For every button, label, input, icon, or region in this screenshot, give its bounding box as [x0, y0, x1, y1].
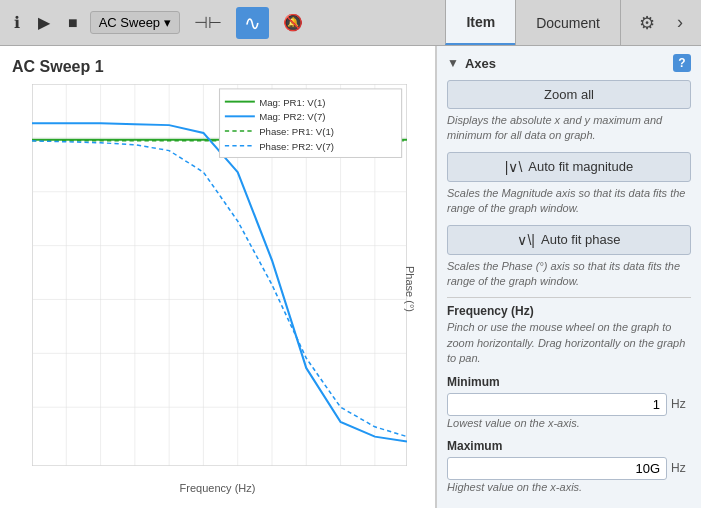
- minimum-group: Minimum Hz Lowest value on the x-axis.: [447, 375, 691, 431]
- maximum-desc: Highest value on the x-axis.: [447, 480, 691, 495]
- zoom-all-desc: Displays the absolute x and y maximum an…: [447, 113, 691, 144]
- waveform-icon-button[interactable]: ∿: [236, 7, 269, 39]
- chart-container[interactable]: Magnitude (Logarithmic): [0, 84, 435, 494]
- tab-document-label: Document: [536, 15, 600, 31]
- info-button[interactable]: ℹ: [8, 9, 26, 36]
- settings-button[interactable]: ⚙: [631, 8, 663, 38]
- auto-fit-phase-button[interactable]: ∨\| Auto fit phase: [447, 225, 691, 255]
- toolbar-left: ℹ ▶ ■ AC Sweep ▾ ⊣⊢ ∿ 🔕: [0, 7, 445, 39]
- chevron-button[interactable]: ›: [669, 8, 691, 37]
- axes-section: ▼ Axes ? Zoom all Displays the absolute …: [437, 46, 701, 508]
- zoom-all-label: Zoom all: [544, 87, 594, 102]
- minimum-row: Hz: [447, 393, 691, 416]
- frequency-label: Frequency (Hz): [447, 304, 691, 318]
- help-icon[interactable]: ?: [673, 54, 691, 72]
- frequency-group: Frequency (Hz) Pinch or use the mouse wh…: [447, 304, 691, 366]
- stop-button[interactable]: ■: [62, 10, 84, 36]
- maximum-group: Maximum Hz Highest value on the x-axis.: [447, 439, 691, 495]
- minimum-input[interactable]: [447, 393, 667, 416]
- tab-item-label: Item: [466, 14, 495, 30]
- tab-item[interactable]: Item: [445, 0, 515, 45]
- dropdown-arrow-icon: ▾: [164, 15, 171, 30]
- auto-phase-icon: ∨\|: [517, 232, 535, 248]
- maximum-input[interactable]: [447, 457, 667, 480]
- minimum-desc: Lowest value on the x-axis.: [447, 416, 691, 431]
- main-content: AC Sweep 1 Magnitude (Logarithmic): [0, 46, 701, 508]
- chart-title: AC Sweep 1: [0, 54, 435, 84]
- axes-label: Axes: [465, 56, 496, 71]
- svg-text:Mag: PR1: V(1): Mag: PR1: V(1): [259, 98, 325, 108]
- auto-fit-magnitude-button[interactable]: |∨\ Auto fit magnitude: [447, 152, 691, 182]
- toolbar: ℹ ▶ ■ AC Sweep ▾ ⊣⊢ ∿ 🔕 Item Document ⚙ …: [0, 0, 701, 46]
- chart-svg[interactable]: 10 1 100m 10m 1m 100µ 10µ 25 0 -25 -50 -…: [32, 84, 407, 466]
- zoom-all-button[interactable]: Zoom all: [447, 80, 691, 109]
- tab-document[interactable]: Document: [515, 0, 620, 45]
- connect-icon-button[interactable]: ⊣⊢: [186, 9, 230, 36]
- svg-text:Phase: PR2: V(7): Phase: PR2: V(7): [259, 142, 334, 152]
- stop-icon: ■: [68, 14, 78, 31]
- x-axis-label: Frequency (Hz): [180, 482, 256, 494]
- auto-phase-desc: Scales the Phase (°) axis so that its da…: [447, 259, 691, 290]
- chart-area: AC Sweep 1 Magnitude (Logarithmic): [0, 46, 436, 508]
- divider-1: [447, 297, 691, 298]
- sim-type-dropdown[interactable]: AC Sweep ▾: [90, 11, 180, 34]
- frequency-desc: Pinch or use the mouse wheel on the grap…: [447, 320, 691, 366]
- auto-phase-label: Auto fit phase: [541, 232, 621, 247]
- play-button[interactable]: ▶: [32, 9, 56, 36]
- y-axis-right-label: Phase (°): [404, 266, 416, 312]
- section-header-axes: ▼ Axes ?: [447, 54, 691, 72]
- toolbar-tabs: Item Document ⚙ ›: [445, 0, 701, 45]
- maximum-label: Maximum: [447, 439, 691, 453]
- collapse-icon[interactable]: ▼: [447, 56, 459, 70]
- minimum-unit: Hz: [671, 397, 691, 411]
- play-icon: ▶: [38, 14, 50, 31]
- maximum-unit: Hz: [671, 461, 691, 475]
- svg-text:Mag: PR2: V(7): Mag: PR2: V(7): [259, 113, 325, 123]
- mute-icon-button[interactable]: 🔕: [275, 9, 311, 36]
- maximum-row: Hz: [447, 457, 691, 480]
- auto-mag-label: Auto fit magnitude: [528, 159, 633, 174]
- sim-type-label: AC Sweep: [99, 15, 160, 30]
- auto-mag-desc: Scales the Magnitude axis so that its da…: [447, 186, 691, 217]
- auto-mag-icon: |∨\: [505, 159, 523, 175]
- right-panel: ▼ Axes ? Zoom all Displays the absolute …: [436, 46, 701, 508]
- info-icon: ℹ: [14, 14, 20, 31]
- toolbar-settings: ⚙ ›: [620, 0, 701, 45]
- minimum-label: Minimum: [447, 375, 691, 389]
- svg-text:Phase: PR1: V(1): Phase: PR1: V(1): [259, 127, 334, 137]
